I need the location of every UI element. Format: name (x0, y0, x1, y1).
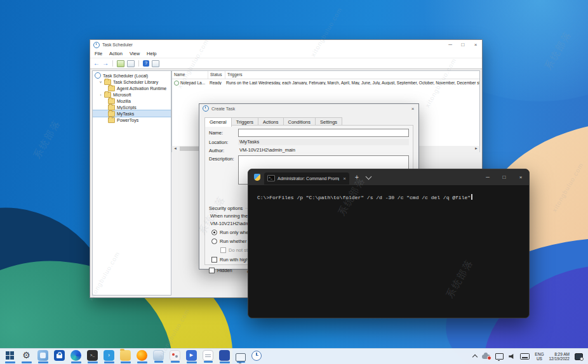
scrollbar-thumb[interactable] (180, 146, 201, 151)
onedrive-icon[interactable] (482, 354, 490, 359)
folder-icon (108, 117, 115, 123)
tab-general[interactable]: General (204, 117, 232, 127)
tree-item-agent-activation-runtime[interactable]: Agent Activation Runtime (93, 85, 171, 91)
column-header-triggers[interactable]: Triggers (225, 71, 479, 79)
terminal-close-button[interactable]: × (512, 169, 529, 185)
taskbar-terminal-icon[interactable]: >_ (87, 350, 98, 361)
taskbar-app-icon[interactable] (219, 350, 230, 361)
close-button[interactable]: × (469, 41, 482, 49)
folder-icon (108, 111, 115, 117)
tree-item-mozilla[interactable]: Mozilla (93, 98, 171, 104)
menu-help[interactable]: Help (147, 51, 156, 56)
folder-icon (108, 98, 115, 104)
tab-close-icon[interactable]: × (342, 176, 346, 181)
column-header-name[interactable]: Name (172, 71, 208, 79)
tray-date: 12/19/2022 (549, 356, 570, 361)
taskbar-file-explorer-icon[interactable] (120, 350, 131, 361)
clock-indicator[interactable]: 8:29 AM 12/19/2022 (549, 352, 570, 361)
tree-item-library[interactable]: v Task Scheduler Library (93, 79, 171, 85)
tree-item-powertoys[interactable]: PowerToys (93, 117, 171, 123)
new-tab-button[interactable]: + (355, 174, 359, 181)
taskbar-remote-desktop-icon[interactable] (236, 353, 246, 361)
command-line: C:\>ForFiles /p "C:\path\to\folder" /s /… (257, 195, 471, 200)
show-console-tree-icon[interactable] (117, 60, 124, 67)
forward-button[interactable]: → (102, 60, 109, 67)
menu-action[interactable]: Action (109, 51, 123, 56)
radio-selected-icon[interactable] (211, 230, 217, 235)
tree-item-myscripts[interactable]: MyScripts (93, 104, 171, 110)
task-scheduler-app-icon (93, 42, 100, 48)
checkbox-icon[interactable] (209, 268, 215, 273)
minimize-button[interactable]: ─ (444, 41, 457, 49)
tree-item-label: MyTasks (117, 112, 134, 116)
tree-item-root[interactable]: Task Scheduler (Local) (93, 72, 171, 79)
description-label: Description: (209, 156, 234, 162)
touch-keyboard-icon[interactable] (520, 353, 530, 360)
tree-item-label: Microsoft (113, 93, 131, 97)
network-icon[interactable] (495, 353, 504, 360)
checkbox-icon[interactable] (211, 257, 217, 263)
desktop: Task Scheduler ─ □ × File Action View He… (0, 0, 588, 364)
terminal-maximize-button[interactable]: □ (496, 169, 512, 185)
taskbar-edge-icon[interactable] (70, 350, 81, 361)
name-input[interactable] (238, 129, 409, 137)
help-icon[interactable]: ? (143, 60, 149, 67)
tray-overflow-chevron-icon[interactable] (472, 354, 478, 360)
task-name: Notepad La... (180, 81, 205, 85)
tab-dropdown-chevron-icon[interactable] (365, 173, 371, 179)
tree-item-mytasks[interactable]: MyTasks (93, 110, 171, 117)
back-button[interactable]: ← (93, 60, 100, 67)
menu-bar: File Action View Help (90, 49, 482, 58)
taskbar-task-scheduler-icon[interactable] (251, 351, 262, 361)
create-task-titlebar[interactable]: Create Task × (199, 104, 418, 113)
terminal-titlebar[interactable]: >_ Administrator: Command Prompt × + ─ □… (248, 169, 529, 185)
chevron-right-icon[interactable]: › (99, 93, 102, 96)
maximize-button[interactable]: □ (457, 41, 469, 49)
location-row: Location: \MyTasks (209, 139, 409, 145)
taskbar-media-player-icon[interactable] (153, 350, 164, 361)
taskbar-firefox-icon[interactable] (137, 350, 147, 361)
scroll-right-arrow[interactable]: ► (473, 146, 479, 152)
start-button[interactable] (4, 350, 15, 361)
volume-icon[interactable] (509, 354, 515, 360)
taskbar-notepad-icon[interactable] (203, 350, 213, 361)
hidden-checkbox[interactable]: Hidden (209, 268, 232, 273)
text-cursor (471, 194, 472, 200)
terminal-tab[interactable]: >_ Administrator: Command Prompt × (264, 172, 349, 185)
create-task-icon (203, 105, 209, 112)
scroll-left-arrow[interactable]: ◄ (172, 146, 178, 152)
folder-icon (108, 86, 115, 91)
column-header-status[interactable]: Status (208, 71, 225, 79)
taskbar-vscode-icon[interactable]: › (104, 350, 114, 361)
terminal-window: >_ Administrator: Command Prompt × + ─ □… (248, 169, 530, 318)
dialog-close-button[interactable]: × (407, 106, 418, 112)
tree-item-microsoft[interactable]: › Microsoft (93, 91, 171, 98)
window-title: Task Scheduler (102, 42, 441, 47)
name-label: Name: (209, 130, 238, 136)
folder-icon (104, 92, 111, 98)
task-scheduler-titlebar[interactable]: Task Scheduler ─ □ × (90, 40, 482, 49)
radio-icon[interactable] (211, 238, 217, 244)
taskbar-movies-icon[interactable]: ▶ (186, 350, 197, 361)
taskbar-settings-icon[interactable]: ⚙ (21, 350, 32, 361)
author-row: Author: VM-10V21H2\admin_main (209, 147, 409, 153)
task-icon (174, 81, 179, 86)
task-status-cell: Ready (208, 81, 224, 85)
notifications-icon[interactable] (575, 353, 583, 360)
taskbar-photos-icon[interactable] (37, 350, 48, 361)
terminal-tab-title: Administrator: Command Prompt (277, 176, 339, 181)
menu-view[interactable]: View (130, 51, 140, 56)
menu-file[interactable]: File (95, 51, 102, 56)
language-indicator[interactable]: ENG US (535, 352, 544, 361)
terminal-output[interactable]: C:\>ForFiles /p "C:\path\to\folder" /s /… (248, 185, 529, 200)
taskbar-store-icon[interactable] (54, 350, 65, 361)
task-row-notepad[interactable]: Notepad La... Ready Runs on the Last Wed… (172, 79, 479, 86)
show-action-pane-icon[interactable] (127, 60, 135, 67)
window-pane-icon[interactable] (152, 60, 159, 67)
language-code: ENG (535, 352, 544, 357)
location-label: Location: (209, 140, 238, 145)
taskbar-paint-icon[interactable] (170, 350, 180, 361)
chevron-down-icon[interactable]: v (99, 80, 102, 84)
terminal-minimize-button[interactable]: ─ (479, 169, 496, 185)
author-value: VM-10V21H2\admin_main (238, 147, 409, 153)
